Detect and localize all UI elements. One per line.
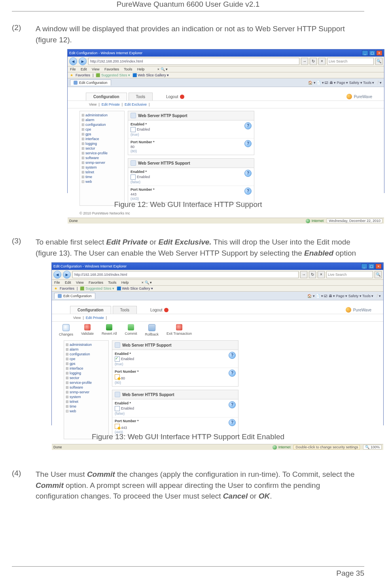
stop-button[interactable]: × [318, 271, 325, 278]
refresh-button[interactable]: ↻ [310, 58, 317, 65]
ie-tab[interactable]: Edit Configuration [54, 293, 95, 299]
window-buttons[interactable]: _▢× [360, 264, 382, 269]
tool-revert[interactable]: Revert All [102, 324, 117, 336]
tab-tools[interactable]: Tools [113, 306, 137, 314]
status-zoom[interactable]: 🔍 100% [363, 445, 382, 450]
star-icon[interactable]: ★ [70, 73, 73, 77]
tool-changes[interactable]: Changes [59, 324, 73, 336]
menu-edit[interactable]: Edit [81, 67, 87, 71]
nav-tree[interactable]: ⊞administration ⊞alarm ⊞configuration ⊞c… [64, 340, 109, 439]
tab-configuration[interactable]: Configuration [70, 306, 111, 314]
close-icon[interactable]: × [375, 264, 382, 269]
status-security[interactable]: Double-click to change security settings [293, 445, 360, 450]
tool-rollback[interactable]: Rollback [145, 324, 159, 336]
menu-file[interactable]: File [70, 67, 76, 71]
help-icon[interactable]: ? [229, 419, 236, 426]
checkbox-checked-icon[interactable] [115, 357, 120, 362]
minimize-icon[interactable]: _ [362, 50, 368, 56]
web-slice-gallery[interactable]: 🟦 Web Slice Gallery ▾ [132, 73, 169, 77]
search-button[interactable]: 🔍 [375, 271, 382, 278]
menu-tools[interactable]: Tools [124, 67, 132, 71]
tool-exit[interactable]: Exit Transaction [167, 324, 192, 336]
suggested-sites[interactable]: 🟩 Suggested Sites ▾ [96, 73, 130, 77]
subtab-view[interactable]: View [73, 316, 81, 320]
help-icon[interactable]: ? [229, 352, 236, 359]
star-icon[interactable]: ★ [54, 286, 57, 290]
maximize-icon[interactable]: ▢ [369, 50, 375, 56]
subtab-edit-exclusive[interactable]: Edit Exclusive [125, 102, 147, 106]
stop-button[interactable]: × [318, 58, 326, 65]
suggested-sites[interactable]: 🟩 Suggested Sites ▾ [80, 286, 114, 290]
menu-view[interactable]: View [76, 281, 83, 285]
close-icon[interactable]: × [376, 50, 382, 56]
edit-icon[interactable] [115, 374, 120, 379]
refresh-button[interactable]: ↻ [309, 271, 316, 278]
edit-toolbar: Changes Validate Revert All Commit Rollb… [52, 322, 383, 340]
menu-edit[interactable]: Edit [65, 281, 71, 285]
ie-tab[interactable]: Edit Configuration [70, 80, 111, 85]
fig13-window: Edit Configuration - Windows Internet Ex… [51, 262, 384, 425]
http-enabled-label: Enabled * [131, 122, 150, 126]
search-box[interactable]: Live Search [327, 58, 374, 65]
url-field[interactable]: http://192.168.200.104/index.html [88, 58, 299, 65]
help-icon[interactable]: ? [244, 140, 252, 147]
tool-validate[interactable]: Validate [81, 324, 94, 336]
panel-icon [131, 113, 136, 118]
menu-help[interactable]: Help [121, 281, 129, 285]
menu-help[interactable]: Help [137, 67, 145, 71]
forward-button[interactable]: ► [63, 271, 71, 279]
checkbox-icon[interactable] [131, 127, 136, 132]
nav-tree[interactable]: ⊞administration ⊞alarm ⊞configuration ⊞c… [79, 111, 125, 206]
go-button[interactable]: → [300, 271, 307, 278]
back-button[interactable]: ◄ [69, 57, 77, 65]
back-button[interactable]: ◄ [53, 271, 61, 279]
http-port-value: 80 [131, 145, 155, 149]
minimize-icon[interactable]: _ [361, 264, 367, 269]
menu-favorites[interactable]: Favorites [89, 281, 103, 285]
window-buttons[interactable]: _▢× [361, 50, 382, 56]
help-icon[interactable]: ? [244, 170, 252, 177]
subtab-view[interactable]: View [89, 102, 97, 106]
menu-view[interactable]: View [92, 67, 99, 71]
http-enabled-value[interactable]: Enabled [115, 357, 134, 362]
favorites-label[interactable]: Favorites [76, 73, 90, 77]
ie-tools[interactable]: 🏠 ▾ 📄 ▾ 🖃 🖶 ▾ Page ▾ Safety ▾ Tools ▾ ❔▾ [307, 294, 381, 298]
https-port-label: Port Number * [115, 419, 139, 423]
ie-menubar[interactable]: File Edit View Favorites Tools Help × 🔍 … [52, 280, 383, 286]
favorites-label[interactable]: Favorites [60, 286, 74, 290]
search-box[interactable]: Live Search [326, 271, 373, 278]
menu-file[interactable]: File [54, 281, 60, 285]
edit-icon[interactable] [115, 424, 120, 429]
http-port-value[interactable]: 80 [115, 374, 139, 380]
url-field[interactable]: http://192.168.200.104/index.html [72, 271, 299, 278]
forward-button[interactable]: ► [79, 57, 87, 65]
https-enabled-default: (false) [131, 180, 150, 184]
tab-configuration[interactable]: Configuration [86, 93, 127, 101]
search-button[interactable]: 🔍 [375, 58, 382, 65]
figure-12: Edit Configuration - Windows Internet Ex… [67, 49, 384, 193]
step-4: (4) The User must Commit the changes (ap… [12, 469, 364, 502]
https-enabled-value[interactable]: Enabled [115, 406, 134, 411]
web-slice-gallery[interactable]: 🟦 Web Slice Gallery ▾ [117, 286, 153, 290]
help-icon[interactable]: ? [244, 122, 252, 129]
ie-tools[interactable]: 🏠 ▾ 📄 ▾ 🖃 🖶 ▾ Page ▾ Safety ▾ Tools ▾ ❔▾ [308, 81, 382, 85]
go-button[interactable]: → [301, 58, 308, 65]
menu-tools[interactable]: Tools [108, 281, 116, 285]
https-port-value[interactable]: 443 [115, 424, 139, 430]
help-icon[interactable]: ? [244, 188, 252, 195]
subtab-edit-private[interactable]: Edit Private [102, 102, 120, 106]
help-icon[interactable]: ? [229, 401, 236, 408]
address-bar: ◄ ► http://192.168.200.104/index.html → … [52, 270, 383, 280]
checkbox-icon[interactable] [131, 175, 136, 180]
subtab-edit-private[interactable]: Edit Private [86, 316, 104, 320]
tab-favicon-icon [74, 81, 78, 85]
ie-menubar[interactable]: File Edit View Favorites Tools Help × 🔍 … [68, 66, 384, 72]
menu-favorites[interactable]: Favorites [104, 67, 119, 71]
tab-tools[interactable]: Tools [129, 93, 153, 101]
maximize-icon[interactable]: ▢ [368, 264, 375, 269]
logout-link[interactable]: Logout [150, 308, 168, 312]
tool-commit[interactable]: Commit [125, 324, 137, 336]
checkbox-icon[interactable] [115, 406, 120, 411]
logout-link[interactable]: Logout [166, 95, 184, 99]
help-icon[interactable]: ? [229, 370, 236, 377]
